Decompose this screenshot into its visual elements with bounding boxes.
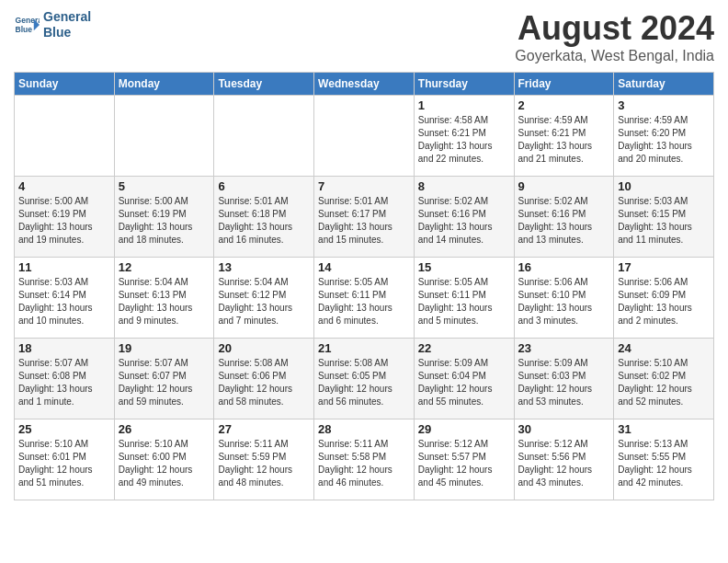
calendar-cell: 16Sunrise: 5:06 AM Sunset: 6:10 PM Dayli… <box>514 258 614 339</box>
day-info: Sunrise: 4:59 AM Sunset: 6:20 PM Dayligh… <box>618 114 710 166</box>
day-number: 26 <box>119 422 210 436</box>
title-area: August 2024 Goyerkata, West Bengal, Indi… <box>515 9 714 64</box>
day-number: 8 <box>418 179 510 193</box>
day-number: 5 <box>119 179 210 193</box>
calendar-cell: 5Sunrise: 5:00 AM Sunset: 6:19 PM Daylig… <box>114 177 214 258</box>
day-number: 25 <box>18 422 110 436</box>
day-info: Sunrise: 5:09 AM Sunset: 6:04 PM Dayligh… <box>418 357 510 408</box>
day-info: Sunrise: 5:04 AM Sunset: 6:12 PM Dayligh… <box>218 276 310 327</box>
calendar-cell: 1Sunrise: 4:58 AM Sunset: 6:21 PM Daylig… <box>414 96 514 177</box>
header-monday: Monday <box>114 73 214 96</box>
day-info: Sunrise: 5:13 AM Sunset: 5:55 PM Dayligh… <box>618 438 710 489</box>
calendar-cell: 8Sunrise: 5:02 AM Sunset: 6:16 PM Daylig… <box>414 177 514 258</box>
calendar-cell: 23Sunrise: 5:09 AM Sunset: 6:03 PM Dayli… <box>514 339 614 419</box>
day-info: Sunrise: 5:10 AM Sunset: 6:01 PM Dayligh… <box>18 438 110 489</box>
day-info: Sunrise: 5:06 AM Sunset: 6:10 PM Dayligh… <box>518 276 610 327</box>
calendar-cell: 12Sunrise: 5:04 AM Sunset: 6:13 PM Dayli… <box>114 258 214 339</box>
day-number: 31 <box>618 422 710 436</box>
day-info: Sunrise: 5:05 AM Sunset: 6:11 PM Dayligh… <box>318 276 410 327</box>
calendar-cell: 18Sunrise: 5:07 AM Sunset: 6:08 PM Dayli… <box>15 339 115 419</box>
calendar-cell: 10Sunrise: 5:03 AM Sunset: 6:15 PM Dayli… <box>614 177 714 258</box>
logo: General Blue General Blue <box>14 9 91 40</box>
calendar-cell: 30Sunrise: 5:12 AM Sunset: 5:56 PM Dayli… <box>514 419 614 500</box>
logo-icon: General Blue <box>14 12 40 38</box>
day-number: 19 <box>119 341 210 355</box>
day-info: Sunrise: 5:12 AM Sunset: 5:57 PM Dayligh… <box>418 438 510 489</box>
calendar-cell: 29Sunrise: 5:12 AM Sunset: 5:57 PM Dayli… <box>414 419 514 500</box>
month-year-title: August 2024 <box>515 9 714 48</box>
day-info: Sunrise: 5:07 AM Sunset: 6:07 PM Dayligh… <box>119 357 210 408</box>
calendar-week-row: 4Sunrise: 5:00 AM Sunset: 6:19 PM Daylig… <box>15 177 714 258</box>
calendar-cell: 3Sunrise: 4:59 AM Sunset: 6:20 PM Daylig… <box>614 96 714 177</box>
day-number: 18 <box>18 341 110 355</box>
day-number: 13 <box>218 260 310 274</box>
calendar-cell: 14Sunrise: 5:05 AM Sunset: 6:11 PM Dayli… <box>314 258 415 339</box>
calendar-cell <box>114 96 214 177</box>
day-info: Sunrise: 5:11 AM Sunset: 5:59 PM Dayligh… <box>218 438 310 489</box>
calendar-cell: 4Sunrise: 5:00 AM Sunset: 6:19 PM Daylig… <box>15 177 115 258</box>
day-number: 20 <box>218 341 310 355</box>
day-number: 14 <box>318 260 410 274</box>
calendar-cell: 25Sunrise: 5:10 AM Sunset: 6:01 PM Dayli… <box>15 419 115 500</box>
header-wednesday: Wednesday <box>314 73 415 96</box>
day-info: Sunrise: 5:10 AM Sunset: 6:02 PM Dayligh… <box>618 357 710 408</box>
calendar-cell: 20Sunrise: 5:08 AM Sunset: 6:06 PM Dayli… <box>214 339 314 419</box>
day-info: Sunrise: 4:58 AM Sunset: 6:21 PM Dayligh… <box>418 114 510 166</box>
day-info: Sunrise: 5:11 AM Sunset: 5:58 PM Dayligh… <box>318 438 410 489</box>
day-number: 4 <box>18 179 110 193</box>
calendar-cell: 11Sunrise: 5:03 AM Sunset: 6:14 PM Dayli… <box>15 258 115 339</box>
calendar-cell <box>314 96 415 177</box>
calendar-cell: 7Sunrise: 5:01 AM Sunset: 6:17 PM Daylig… <box>314 177 415 258</box>
calendar-cell <box>15 96 115 177</box>
day-number: 3 <box>618 98 710 112</box>
day-info: Sunrise: 5:06 AM Sunset: 6:09 PM Dayligh… <box>618 276 710 327</box>
day-info: Sunrise: 5:02 AM Sunset: 6:16 PM Dayligh… <box>418 195 510 247</box>
calendar-header-row: Sunday Monday Tuesday Wednesday Thursday… <box>15 73 714 96</box>
day-number: 15 <box>418 260 510 274</box>
day-number: 30 <box>518 422 610 436</box>
header-friday: Friday <box>514 73 614 96</box>
day-info: Sunrise: 5:01 AM Sunset: 6:18 PM Dayligh… <box>218 195 310 247</box>
calendar-cell: 26Sunrise: 5:10 AM Sunset: 6:00 PM Dayli… <box>114 419 214 500</box>
day-info: Sunrise: 5:00 AM Sunset: 6:19 PM Dayligh… <box>119 195 210 247</box>
day-info: Sunrise: 5:03 AM Sunset: 6:15 PM Dayligh… <box>618 195 710 247</box>
day-info: Sunrise: 5:03 AM Sunset: 6:14 PM Dayligh… <box>18 276 110 327</box>
day-info: Sunrise: 5:01 AM Sunset: 6:17 PM Dayligh… <box>318 195 410 247</box>
calendar-cell: 9Sunrise: 5:02 AM Sunset: 6:16 PM Daylig… <box>514 177 614 258</box>
calendar-week-row: 1Sunrise: 4:58 AM Sunset: 6:21 PM Daylig… <box>15 96 714 177</box>
header-tuesday: Tuesday <box>214 73 314 96</box>
day-number: 9 <box>518 179 610 193</box>
day-number: 21 <box>318 341 410 355</box>
calendar-cell <box>214 96 314 177</box>
day-info: Sunrise: 5:00 AM Sunset: 6:19 PM Dayligh… <box>18 195 110 247</box>
calendar-week-row: 25Sunrise: 5:10 AM Sunset: 6:01 PM Dayli… <box>15 419 714 500</box>
day-number: 17 <box>618 260 710 274</box>
location-subtitle: Goyerkata, West Bengal, India <box>515 48 714 64</box>
calendar-cell: 28Sunrise: 5:11 AM Sunset: 5:58 PM Dayli… <box>314 419 415 500</box>
day-info: Sunrise: 5:12 AM Sunset: 5:56 PM Dayligh… <box>518 438 610 489</box>
day-info: Sunrise: 5:09 AM Sunset: 6:03 PM Dayligh… <box>518 357 610 408</box>
logo-text-line2: Blue <box>43 25 91 40</box>
calendar-cell: 19Sunrise: 5:07 AM Sunset: 6:07 PM Dayli… <box>114 339 214 419</box>
day-info: Sunrise: 5:02 AM Sunset: 6:16 PM Dayligh… <box>518 195 610 247</box>
day-info: Sunrise: 5:10 AM Sunset: 6:00 PM Dayligh… <box>119 438 210 489</box>
day-number: 10 <box>618 179 710 193</box>
day-info: Sunrise: 5:08 AM Sunset: 6:06 PM Dayligh… <box>218 357 310 408</box>
day-number: 6 <box>218 179 310 193</box>
page-header: General Blue General Blue August 2024 Go… <box>14 9 714 64</box>
calendar-table: Sunday Monday Tuesday Wednesday Thursday… <box>14 72 714 500</box>
day-number: 23 <box>518 341 610 355</box>
calendar-cell: 2Sunrise: 4:59 AM Sunset: 6:21 PM Daylig… <box>514 96 614 177</box>
day-info: Sunrise: 4:59 AM Sunset: 6:21 PM Dayligh… <box>518 114 610 166</box>
calendar-week-row: 11Sunrise: 5:03 AM Sunset: 6:14 PM Dayli… <box>15 258 714 339</box>
header-thursday: Thursday <box>414 73 514 96</box>
header-sunday: Sunday <box>15 73 115 96</box>
calendar-week-row: 18Sunrise: 5:07 AM Sunset: 6:08 PM Dayli… <box>15 339 714 419</box>
calendar-cell: 17Sunrise: 5:06 AM Sunset: 6:09 PM Dayli… <box>614 258 714 339</box>
calendar-cell: 31Sunrise: 5:13 AM Sunset: 5:55 PM Dayli… <box>614 419 714 500</box>
calendar-cell: 27Sunrise: 5:11 AM Sunset: 5:59 PM Dayli… <box>214 419 314 500</box>
day-number: 28 <box>318 422 410 436</box>
day-info: Sunrise: 5:05 AM Sunset: 6:11 PM Dayligh… <box>418 276 510 327</box>
day-info: Sunrise: 5:04 AM Sunset: 6:13 PM Dayligh… <box>119 276 210 327</box>
day-number: 22 <box>418 341 510 355</box>
